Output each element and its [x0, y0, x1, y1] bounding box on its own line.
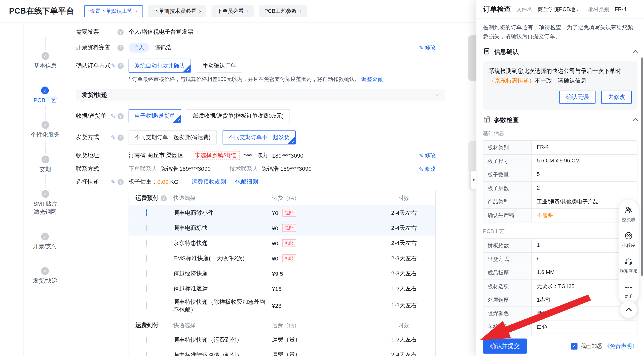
- mini-program-item[interactable]: 小程序: [622, 231, 635, 249]
- freight-rule-link[interactable]: 运费预收规则: [192, 178, 226, 185]
- stepper-step[interactable]: 个性化服务: [31, 104, 59, 139]
- top-bar-actions: 设置下单默认工艺 › 下单前技术员必看 › 下单员必看 › PCB工艺参数 ›: [84, 5, 307, 17]
- radio-button[interactable]: [146, 285, 147, 292]
- column-time: 时效: [372, 195, 435, 202]
- top-action-button[interactable]: 设置下单默认工艺 ›: [84, 5, 143, 17]
- free-shipping-rule-link[interactable]: 包邮细则: [235, 178, 258, 185]
- edit-pencil-icon[interactable]: [110, 63, 115, 69]
- more-item[interactable]: ••• 更多: [624, 282, 633, 300]
- confirm-method-option[interactable]: 系统自动扣款并确认: [129, 59, 191, 72]
- courier-option-row[interactable]: 京东特惠快递 ¥0 包邮 2-4天左右: [129, 236, 435, 251]
- stepper-step[interactable]: 发货/快递: [33, 250, 58, 285]
- stepper-step[interactable]: 开票/支付: [33, 216, 58, 250]
- help-icon[interactable]: [118, 44, 124, 51]
- courier-option-row[interactable]: EMS标准快递(一天收件2次) ¥0 包邮 2-3天左右: [129, 251, 435, 266]
- help-icon[interactable]: [161, 195, 167, 201]
- edit-pencil-icon[interactable]: [110, 113, 115, 119]
- courier-option-row[interactable]: 跨越经济快递 ¥9.5 包邮 2-3天左右: [129, 266, 435, 281]
- disclaimer-link[interactable]: 《免责声明》: [604, 342, 637, 350]
- radio-button[interactable]: [146, 302, 147, 309]
- step-label: 个性化服务: [31, 131, 59, 139]
- radio-button[interactable]: [146, 209, 147, 216]
- step-check-icon: [41, 86, 49, 94]
- drawer-collapse-tab[interactable]: [471, 171, 476, 189]
- help-icon[interactable]: [118, 63, 124, 69]
- community-group-item[interactable]: 交流群: [622, 205, 635, 224]
- courier-option-row[interactable]: 顺丰电商标快 ¥0 包邮 2-4天左右: [129, 220, 435, 235]
- free-shipping-tag: 包邮: [282, 224, 296, 232]
- adjust-amount-link[interactable]: 调整金额 →: [361, 76, 390, 82]
- chevron-down-icon[interactable]: [435, 92, 440, 96]
- param-row: 板子层数 2: [483, 182, 637, 195]
- courier-option-row[interactable]: 顺丰特快快递（除样板收费加急外均不包邮） ¥23 包邮 1-2天左右: [129, 296, 435, 315]
- ship-method-option[interactable]: 不同交期订单一起发货(省运费): [129, 130, 217, 144]
- free-shipping-tag: 包邮: [282, 254, 296, 262]
- stepper-step[interactable]: SMT贴片 激光钢网: [33, 173, 57, 216]
- chevron-up-icon[interactable]: [633, 118, 638, 123]
- param-key: 板材选项: [483, 280, 532, 293]
- radio-button[interactable]: [146, 255, 147, 262]
- param-row: 确认生产稿 不需要: [483, 208, 637, 222]
- more-dots-icon: •••: [625, 283, 632, 292]
- column-time: 时效: [372, 322, 435, 329]
- top-action-button[interactable]: 下单员必看 ›: [212, 5, 254, 17]
- pending-count: 1: [535, 24, 538, 30]
- confirm-correct-button[interactable]: 确认无误: [559, 91, 596, 104]
- step-label: PCB工艺: [33, 97, 57, 104]
- courier-time: 2-3天左右: [372, 270, 435, 277]
- back-to-top-button[interactable]: [620, 301, 637, 318]
- radio-button[interactable]: [146, 351, 147, 356]
- modify-address-link[interactable]: 修改: [419, 152, 436, 159]
- param-check-header: 参数检查: [483, 116, 637, 124]
- top-action-button[interactable]: 下单前技术员必看 ›: [148, 5, 206, 17]
- pcb-process-table: 拼板款数 1 出货方式 / 成品板厚 1.6 MM 板材选项 无要求：TG135…: [483, 238, 637, 336]
- radio-button[interactable]: [146, 225, 147, 232]
- stepper-step[interactable]: 交期: [40, 139, 51, 173]
- stepper-step[interactable]: 基本信息: [34, 35, 57, 70]
- go-modify-button[interactable]: 去修改: [601, 91, 632, 104]
- receipt-option[interactable]: 电子收据/送货单: [129, 109, 181, 123]
- param-key: 确认生产稿: [483, 209, 532, 222]
- edit-pencil-icon[interactable]: [110, 135, 115, 140]
- contact-support-item[interactable]: 联系客服: [620, 256, 638, 275]
- radio-button[interactable]: [146, 270, 147, 277]
- disclaimer-checkbox[interactable]: [571, 343, 578, 349]
- background-remnant: [468, 35, 477, 81]
- help-icon[interactable]: [118, 134, 124, 140]
- courier-label: 选择快递: [76, 178, 99, 185]
- receipt-option[interactable]: 纸质收据/送货单(样板订单收费0.5元): [187, 109, 290, 123]
- top-action-button[interactable]: PCB工艺参数 ›: [259, 5, 307, 17]
- courier-option-row[interactable]: 跨越标准速运 ¥15 包邮 1-2天左右: [129, 281, 435, 296]
- calculator-icon: [483, 116, 490, 124]
- modify-invoice-link[interactable]: 修改: [419, 44, 436, 51]
- edit-pencil-icon[interactable]: [110, 179, 115, 185]
- scrollbar-thumb[interactable]: [641, 57, 643, 276]
- contact-divider: ｜: [217, 165, 223, 173]
- confirm-method-option[interactable]: 手动确认订单: [197, 59, 242, 72]
- toolbar-label: 联系客服: [620, 268, 638, 274]
- step-label: 开票/支付: [33, 243, 58, 250]
- help-icon[interactable]: [118, 113, 124, 119]
- courier-name: 顺丰特快快递（运费到付）: [173, 334, 272, 345]
- courier-option-row[interactable]: 顺丰特快快递（运费到付） 运费（贵） 1-2天左右: [129, 332, 435, 347]
- receipt-options: 电子收据/送货单纸质收据/送货单(样板订单收费0.5元): [129, 109, 296, 123]
- receipt-label: 收据/送货单: [76, 112, 106, 120]
- courier-option-row[interactable]: 顺丰电商微小件 ¥0 包邮 2-4天左右: [129, 205, 435, 220]
- ship-method-option[interactable]: 不同交期订单不一起发货: [222, 130, 296, 144]
- stepper-step[interactable]: PCB工艺: [33, 70, 57, 104]
- courier-option-row[interactable]: 顺丰标准陆运快递（到付） 运费（贵） 2-4天左右: [129, 347, 435, 356]
- address-warning-badge[interactable]: 未选择乡镇/街道: [192, 151, 239, 160]
- chevron-up-icon[interactable]: [633, 50, 638, 55]
- confirm-submit-button[interactable]: 确认并提交: [483, 338, 527, 353]
- chevron-up-icon: [626, 308, 631, 314]
- pending-check-alert: 检测到您的订单还有 1 项待检查，为了避免填写失误带给您紧急损失，请确认后再提交…: [483, 23, 637, 41]
- board-weight-label: 板子估重：: [129, 178, 157, 185]
- chevron-right-icon: ›: [199, 8, 201, 14]
- radio-button[interactable]: [146, 336, 147, 343]
- radio-button[interactable]: [146, 240, 147, 247]
- modify-contact-link[interactable]: 修改: [419, 165, 436, 173]
- help-icon[interactable]: [118, 29, 124, 35]
- order-contact-label: 下单联系人:: [129, 165, 159, 173]
- basic-info-group-title: 基础信息: [483, 130, 637, 137]
- help-icon[interactable]: [118, 179, 124, 185]
